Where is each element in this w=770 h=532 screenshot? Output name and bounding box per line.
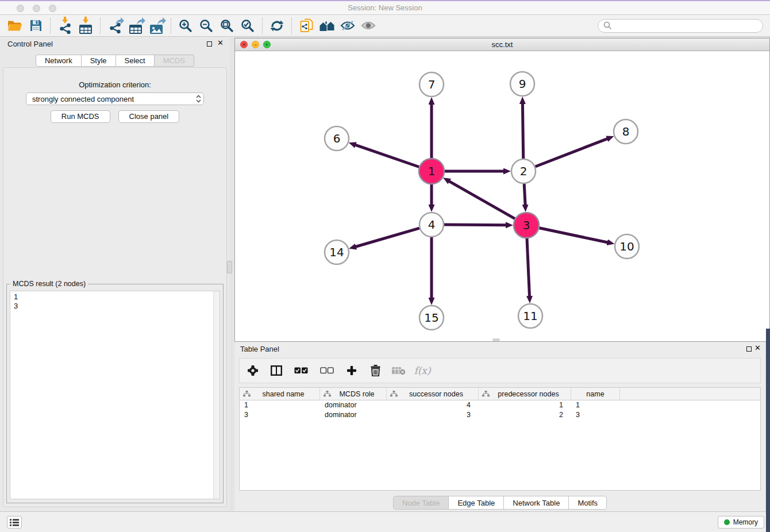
network-minimize-icon[interactable]: – <box>252 41 259 48</box>
function-builder-icon: f(x) <box>415 363 430 378</box>
open-session-icon[interactable] <box>5 17 25 35</box>
graph-edge-3-11[interactable] <box>527 238 530 296</box>
export-image-icon[interactable] <box>146 17 167 35</box>
export-table-icon[interactable] <box>125 17 146 35</box>
graph-node-11[interactable]: 11 <box>518 304 542 328</box>
cell-mcds-role[interactable]: dominator <box>320 410 387 420</box>
show-columns-icon[interactable] <box>269 363 284 378</box>
clone-document-glyph <box>300 18 313 33</box>
memory-status-icon <box>724 519 730 525</box>
column-header-shared-name[interactable]: shared name <box>240 388 320 400</box>
tab-network[interactable]: Network <box>36 55 82 67</box>
save-session-icon[interactable] <box>25 17 46 35</box>
graph-node-6[interactable]: 6 <box>325 126 349 151</box>
graph-node-7[interactable]: 7 <box>419 72 444 97</box>
table-row[interactable]: 3dominator323 <box>240 410 760 420</box>
tab-node-table[interactable]: Node Table <box>393 496 449 510</box>
graph-node-8[interactable]: 8 <box>614 119 638 144</box>
graph-node-2[interactable]: 2 <box>511 159 536 183</box>
graph-node-10[interactable]: 10 <box>615 234 639 259</box>
task-history-button[interactable] <box>7 516 22 529</box>
network-window-title: scc.txt <box>235 38 769 51</box>
network-window-titlebar[interactable]: ✕ – + scc.txt <box>235 38 769 51</box>
import-table-icon[interactable] <box>75 17 96 35</box>
cell-name[interactable]: 1 <box>571 400 620 410</box>
cell-shared-name[interactable]: 3 <box>240 410 320 420</box>
graph-node-9[interactable]: 9 <box>510 72 534 96</box>
memory-button[interactable]: Memory <box>718 516 764 529</box>
cell-successor-nodes[interactable]: 3 <box>387 410 479 420</box>
mcds-result-area[interactable]: 13 <box>10 291 220 499</box>
splitter-handle[interactable] <box>227 261 232 273</box>
network-zoom-icon[interactable]: + <box>263 41 271 48</box>
column-label: MCDS role <box>331 390 386 398</box>
network-canvas[interactable]: 7968124314101511 <box>235 51 769 341</box>
graph-edge-4-3[interactable] <box>444 225 506 225</box>
graph-edge-4-14[interactable] <box>356 228 419 246</box>
tab-select[interactable]: Select <box>116 55 155 67</box>
graph-node-15[interactable]: 15 <box>419 306 444 330</box>
column-header-successor-nodes[interactable]: successor nodes <box>387 388 479 400</box>
cell-successor-nodes[interactable]: 4 <box>387 400 479 410</box>
cell-predecessor-nodes[interactable]: 1 <box>479 400 571 410</box>
zoom-fit-icon[interactable] <box>217 17 237 35</box>
tab-mcds[interactable]: MCDS <box>155 55 194 67</box>
panel-splitter[interactable] <box>230 37 234 511</box>
optimization-criterion-select[interactable]: strongly connected component <box>26 92 204 105</box>
cell-predecessor-nodes[interactable]: 2 <box>479 410 571 420</box>
graph-edge-2-9[interactable] <box>522 103 523 159</box>
show-all-icon[interactable] <box>358 17 379 35</box>
close-table-panel-icon[interactable]: ✕ <box>754 345 761 350</box>
result-line: 1 <box>14 292 210 302</box>
horizontal-splitter-handle[interactable] <box>492 338 500 341</box>
tab-style[interactable]: Style <box>82 55 116 67</box>
window-minimize-icon[interactable] <box>33 5 40 12</box>
tab-edge-table[interactable]: Edge Table <box>449 496 504 510</box>
magnifier-plus-glyph <box>179 19 192 33</box>
close-panel-icon[interactable]: ✕ <box>217 40 224 45</box>
search-field[interactable] <box>598 19 763 33</box>
graph-node-1[interactable]: 1 <box>419 159 444 184</box>
column-header-mcds-role[interactable]: MCDS role <box>320 388 387 400</box>
hide-selected-icon[interactable] <box>337 17 358 35</box>
select-all-icon[interactable] <box>292 363 310 378</box>
zoom-in-icon[interactable] <box>175 17 196 35</box>
cell-mcds-role[interactable]: dominator <box>320 400 387 410</box>
graph-edge-1-6[interactable] <box>355 145 419 167</box>
tab-motifs[interactable]: Motifs <box>569 496 607 510</box>
network-close-icon[interactable]: ✕ <box>240 41 248 48</box>
column-header-name[interactable]: name <box>571 388 620 400</box>
search-input[interactable] <box>612 20 757 32</box>
table-row[interactable]: 1dominator411 <box>240 400 760 410</box>
window-zoom-icon[interactable] <box>49 5 56 12</box>
graph-node-4[interactable]: 4 <box>419 213 444 237</box>
refresh-layout-icon[interactable] <box>267 17 287 35</box>
table-settings-icon[interactable] <box>245 363 260 378</box>
deselect-all-icon[interactable] <box>318 363 336 378</box>
graph-node-3[interactable]: 3 <box>514 213 539 238</box>
graph-edge-2-3[interactable] <box>524 184 525 205</box>
zoom-selected-icon[interactable] <box>237 17 258 35</box>
tab-network-table[interactable]: Network Table <box>504 496 569 510</box>
graph-edge-3-1[interactable] <box>449 181 515 218</box>
import-network-icon[interactable] <box>55 17 75 35</box>
float-table-panel-icon[interactable] <box>746 346 752 352</box>
close-panel-button[interactable]: Close panel <box>118 110 180 123</box>
window-close-icon[interactable] <box>17 5 24 12</box>
clone-network-icon[interactable] <box>296 17 317 35</box>
cell-shared-name[interactable]: 1 <box>240 400 320 410</box>
add-row-icon[interactable] <box>344 363 359 378</box>
run-mcds-button[interactable]: Run MCDS <box>51 110 110 123</box>
cell-name[interactable]: 3 <box>571 410 620 420</box>
zoom-out-icon[interactable] <box>196 17 217 35</box>
graph-edge-2-8[interactable] <box>536 138 608 167</box>
first-neighbors-icon[interactable] <box>317 17 337 35</box>
delete-row-icon[interactable] <box>368 363 383 378</box>
table-glyph <box>129 25 142 34</box>
float-panel-icon[interactable] <box>207 41 212 47</box>
graph-edge-3-10[interactable] <box>540 228 608 242</box>
result-scrollbar[interactable] <box>213 291 220 499</box>
column-header-predecessor-nodes[interactable]: predecessor nodes <box>479 388 571 400</box>
graph-node-14[interactable]: 14 <box>325 240 349 264</box>
export-network-icon[interactable] <box>105 17 125 35</box>
